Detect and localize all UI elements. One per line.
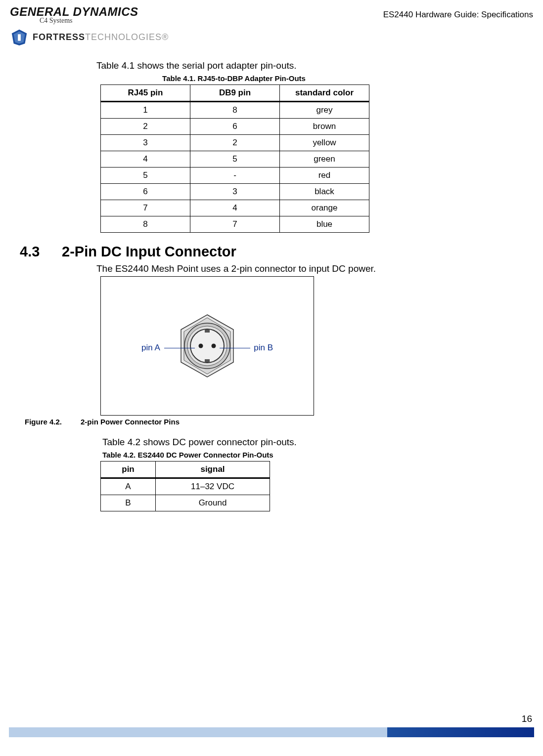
shield-icon: [10, 28, 29, 46]
table-row: BGround: [101, 495, 270, 511]
page-number: 16: [522, 714, 532, 724]
cell: 1: [101, 102, 190, 119]
section-title: 2-Pin DC Input Connector: [62, 244, 236, 260]
pin-b-line: [220, 348, 250, 349]
intro-text-1: Table 4.1 shows the serial port adapter …: [96, 60, 494, 71]
svg-rect-2: [18, 34, 21, 41]
section-body: The ES2440 Mesh Point uses a 2-pin conne…: [96, 263, 403, 275]
cell: 8: [190, 102, 280, 119]
cell: green: [280, 151, 369, 168]
section-heading: 4.3 2-Pin DC Input Connector: [0, 244, 543, 260]
svg-point-11: [212, 343, 216, 348]
table-row: A11–32 VDC: [101, 478, 270, 495]
table-row: 74orange: [101, 200, 369, 216]
table2-block: Table 4.2 shows DC power connector pin-o…: [96, 437, 494, 511]
cell: 11–32 VDC: [156, 478, 270, 495]
cell: 2: [190, 135, 280, 151]
cell: B: [101, 495, 156, 511]
cell: 7: [101, 200, 190, 216]
cell: blue: [280, 216, 369, 233]
col-header: signal: [156, 461, 270, 478]
pin-b-label: pin B: [254, 343, 273, 353]
cell: 3: [190, 184, 280, 200]
table-pinout-2: pin signal A11–32 VDC BGround: [100, 461, 270, 511]
cell: 4: [190, 200, 280, 216]
pin-a-line: [164, 348, 195, 349]
section-body-wrap: The ES2440 Mesh Point uses a 2-pin conne…: [96, 263, 494, 416]
table-row: 18grey: [101, 102, 369, 119]
cell: black: [280, 184, 369, 200]
cell: 2: [101, 119, 190, 135]
cell: 6: [101, 184, 190, 200]
pin-a-label: pin A: [141, 343, 160, 353]
svg-rect-9: [205, 359, 210, 362]
fortress-logo-row: FORTRESSTECHNOLOGIES®: [10, 28, 543, 46]
cell: 5: [190, 151, 280, 168]
cell: orange: [280, 200, 369, 216]
intro-text-2: Table 4.2 shows DC power connector pin-o…: [102, 437, 494, 448]
cell: A: [101, 478, 156, 495]
table-row: 26brown: [101, 119, 369, 135]
table-header-row: pin signal: [101, 461, 270, 478]
section-number: 4.3: [20, 244, 62, 260]
col-header: standard color: [280, 85, 369, 102]
figure-title: 2-pin Power Connector Pins: [81, 418, 180, 426]
connector-icon: [170, 309, 244, 383]
cell: 7: [190, 216, 280, 233]
col-header: pin: [101, 461, 156, 478]
svg-point-7: [190, 329, 224, 363]
col-header: DB9 pin: [190, 85, 280, 102]
figure-box: pin A pin B: [100, 276, 314, 416]
cell: Ground: [156, 495, 270, 511]
page: ES2440 Hardware Guide: Specifications GE…: [0, 0, 543, 746]
cell: red: [280, 168, 369, 184]
figure-caption: Figure 4.2. 2-pin Power Connector Pins: [0, 418, 543, 426]
fortress-bold: FORTRESS: [33, 32, 85, 42]
doc-title: ES2440 Hardware Guide: Specifications: [383, 10, 533, 20]
figure-number: Figure 4.2.: [25, 418, 81, 426]
svg-rect-8: [205, 330, 210, 333]
cell: 8: [101, 216, 190, 233]
fortress-light: TECHNOLOGIES: [85, 32, 162, 42]
fortress-text: FORTRESSTECHNOLOGIES®: [33, 32, 169, 42]
table-row: 87blue: [101, 216, 369, 233]
cell: brown: [280, 119, 369, 135]
footer-bar: [9, 727, 534, 737]
cell: grey: [280, 102, 369, 119]
cell: 4: [101, 151, 190, 168]
table-row: 45green: [101, 151, 369, 168]
col-header: RJ45 pin: [101, 85, 190, 102]
cell: -: [190, 168, 280, 184]
cell: 6: [190, 119, 280, 135]
cell: 5: [101, 168, 190, 184]
cell: yellow: [280, 135, 369, 151]
table-row: 5-red: [101, 168, 369, 184]
table2-caption: Table 4.2. ES2440 DC Power Connector Pin…: [100, 451, 280, 459]
table-row: 32yellow: [101, 135, 369, 151]
table-header-row: RJ45 pin DB9 pin standard color: [101, 85, 369, 102]
table-row: 63black: [101, 184, 369, 200]
cell: 3: [101, 135, 190, 151]
table-pinout-1: RJ45 pin DB9 pin standard color 18grey 2…: [100, 84, 369, 233]
svg-point-10: [199, 343, 203, 348]
content-area: Table 4.1 shows the serial port adapter …: [96, 60, 494, 233]
table1-caption: Table 4.1. RJ45-to-DBP Adapter Pin-Outs: [96, 74, 371, 83]
